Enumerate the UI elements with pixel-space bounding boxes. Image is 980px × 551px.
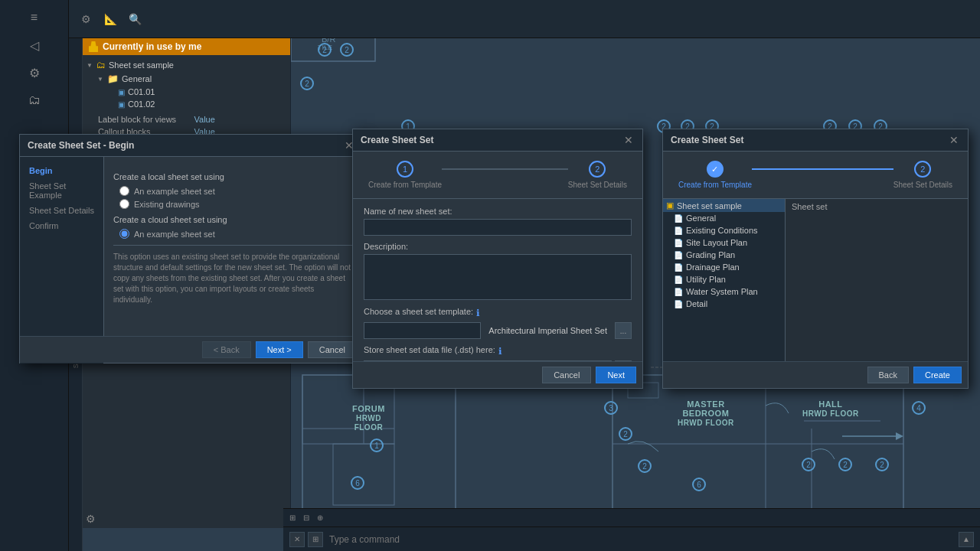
tree-item-c0101[interactable]: ▣ C01.01 xyxy=(83,86,290,98)
large-tree-item-4[interactable]: 📄 Drainage Plan xyxy=(663,261,785,273)
tree-label: Existing Conditions xyxy=(686,226,758,235)
dialog-begin-title: Create Sheet Set - Begin xyxy=(28,140,134,151)
large-wizard-circle-1: ✓ xyxy=(707,161,724,178)
toolbar-icon-2[interactable]: 📐 xyxy=(100,8,121,30)
large-tree-item-3[interactable]: 📄 Grading Plan xyxy=(663,249,785,261)
large-back-button[interactable]: Back xyxy=(867,367,909,383)
large-props-panel: Sheet set Name Value Sheet set creation … xyxy=(786,199,968,377)
svg-rect-2 xyxy=(333,444,394,505)
radio-label-example: An example sheet set xyxy=(134,187,215,196)
cad-badge: 6 xyxy=(692,478,706,491)
cad-badge: 2 xyxy=(638,459,652,473)
props-header: Sheet set xyxy=(786,199,968,377)
step-sheet-set-details[interactable]: Sheet Set Details xyxy=(23,203,100,218)
dialog-medium-close[interactable]: ✕ xyxy=(622,134,635,146)
radio-input-example[interactable] xyxy=(119,186,129,196)
large-wizard-step-2: 2 Sheet Set Details xyxy=(893,161,952,189)
command-input[interactable] xyxy=(329,534,952,545)
next-button[interactable]: Next > xyxy=(256,341,303,358)
large-wizard-connector xyxy=(752,168,893,170)
sheet-manager-settings-icon[interactable]: ⚙ xyxy=(86,513,96,525)
tree-item-c0102[interactable]: ▣ C01.02 xyxy=(83,98,290,110)
cmd-arrow-btn[interactable]: ▲ xyxy=(959,532,974,547)
steps-panel: Begin Sheet Set Example Sheet Set Detail… xyxy=(20,157,104,364)
dialog-large[interactable]: Create Sheet Set ✕ ✓ Create from Templat… xyxy=(662,129,969,389)
expand-icon: ▼ xyxy=(86,61,93,69)
tree-item-general[interactable]: ▼ 📁 General xyxy=(83,72,290,86)
cad-badge: 2 xyxy=(300,77,314,90)
large-tree-item-0[interactable]: 📄 General xyxy=(663,212,785,224)
step-sheet-set-example[interactable]: Sheet Set Example xyxy=(23,178,100,203)
toolbar-snap-btn[interactable]: ⊞ xyxy=(286,510,299,526)
tree-item-root[interactable]: ▼ 🗂 Sheet set sample xyxy=(83,58,290,72)
cad-badge: 2 xyxy=(340,43,354,57)
template-label: Choose a sheet set template: xyxy=(364,307,473,316)
large-tree-item-2[interactable]: 📄 Site Layout Plan xyxy=(663,236,785,249)
large-wizard-circle-2: 2 xyxy=(914,161,931,178)
tree-item-label: Sheet set sample xyxy=(109,60,174,70)
prop-row-label-block: Label block for views Value xyxy=(83,113,290,126)
file-icon-c0101: ▣ xyxy=(118,88,125,96)
file-icon-c0102: ▣ xyxy=(118,100,125,109)
tree-item-label: C01.01 xyxy=(128,87,155,96)
sidebar-icon-sheets[interactable]: 🗂 xyxy=(22,88,47,112)
toolbar-icon-3[interactable]: 🔍 xyxy=(124,8,145,30)
radio-input-existing[interactable] xyxy=(119,199,129,209)
step-confirm[interactable]: Confirm xyxy=(23,218,100,233)
store-label: Store sheet set data file (.dst) here: xyxy=(364,345,495,354)
dialog-medium-title: Create Sheet Set xyxy=(361,135,433,145)
large-tree-root[interactable]: ▣ Sheet set sample xyxy=(663,199,785,212)
dialog-begin-content: Create a local sheet set using An exampl… xyxy=(104,157,363,364)
sidebar-icon-menu[interactable]: ≡ xyxy=(22,5,47,30)
item-icon: 📄 xyxy=(674,251,683,259)
tree-label: Detail xyxy=(686,299,707,308)
sidebar-icon-settings[interactable]: ⚙ xyxy=(22,60,47,85)
large-tree-item-7[interactable]: 📄 Detail xyxy=(663,298,785,310)
large-create-button[interactable]: Create xyxy=(913,367,962,383)
sidebar-icon-back[interactable]: ◁ xyxy=(22,33,47,57)
desc-textarea[interactable] xyxy=(364,254,632,300)
dialog-begin-titlebar: Create Sheet Set - Begin ✕ xyxy=(20,135,363,157)
svg-marker-20 xyxy=(896,432,903,440)
folder-icon-general: 📁 xyxy=(107,73,119,84)
cad-badge: 1 xyxy=(370,439,384,452)
template-info-icon[interactable]: ℹ xyxy=(476,308,480,318)
template-input[interactable] xyxy=(364,322,481,339)
toolbar-icon-1[interactable]: ⚙ xyxy=(75,8,96,30)
medium-cancel-button[interactable]: Cancel xyxy=(542,367,591,383)
dialog-medium-footer: Cancel Next xyxy=(353,361,642,388)
dialog-begin[interactable]: Create Sheet Set - Begin ✕ Begin Sheet S… xyxy=(19,134,364,364)
radio-input-cloud-example[interactable] xyxy=(119,229,129,239)
dialog-medium[interactable]: Create Sheet Set ✕ 1 Create from Templat… xyxy=(352,129,643,389)
tree-item-label: C01.02 xyxy=(128,99,155,109)
step-begin[interactable]: Begin xyxy=(23,163,100,178)
toolbar-grid-btn[interactable]: ⊟ xyxy=(300,510,312,526)
item-icon: 📄 xyxy=(674,227,683,235)
store-info-icon[interactable]: ℹ xyxy=(498,346,502,357)
large-tree-item-5[interactable]: 📄 Utility Plan xyxy=(663,273,785,285)
medium-next-button[interactable]: Next xyxy=(596,367,636,383)
floor-label-forum: FORUMHRWDFLOOR xyxy=(352,404,385,432)
dialog-large-close[interactable]: ✕ xyxy=(948,134,960,146)
template-browse-button[interactable]: ... xyxy=(615,322,632,339)
radio-existing-drawings[interactable]: Existing drawings xyxy=(119,199,354,209)
cmd-expand-btn[interactable]: ⊞ xyxy=(308,532,323,547)
large-tree-item-6[interactable]: 📄 Water System Plan xyxy=(663,285,785,298)
large-tree-item-1[interactable]: 📄 Existing Conditions xyxy=(663,224,785,236)
radio-cloud-example[interactable]: An example sheet set xyxy=(119,229,354,239)
large-wizard-steps: ✓ Create from Template 2 Sheet Set Detai… xyxy=(663,152,968,199)
template-select-display: Architectural Imperial Sheet Set xyxy=(484,324,612,337)
wizard-step-circle-1: 1 xyxy=(397,161,413,178)
radio-label-cloud: An example sheet set xyxy=(134,230,215,239)
back-button[interactable]: < Back xyxy=(202,341,251,358)
cmd-close-btn[interactable]: ✕ xyxy=(289,532,305,547)
radio-example-sheet[interactable]: An example sheet set xyxy=(119,186,354,196)
name-input[interactable] xyxy=(364,219,632,236)
cloud-section-label: Create a cloud sheet set using xyxy=(113,215,354,224)
top-toolbar: ⚙ 📐 🔍 xyxy=(69,0,980,38)
dialog-large-footer: Back Create xyxy=(663,361,968,388)
tree-view: ▼ 🗂 Sheet set sample ▼ 📁 General ▣ C01.0… xyxy=(83,55,290,113)
toolbar-ortho-btn[interactable]: ⊕ xyxy=(314,510,326,526)
cancel-button[interactable]: Cancel xyxy=(308,341,357,358)
command-line: ✕ ⊞ ▲ xyxy=(283,527,980,551)
